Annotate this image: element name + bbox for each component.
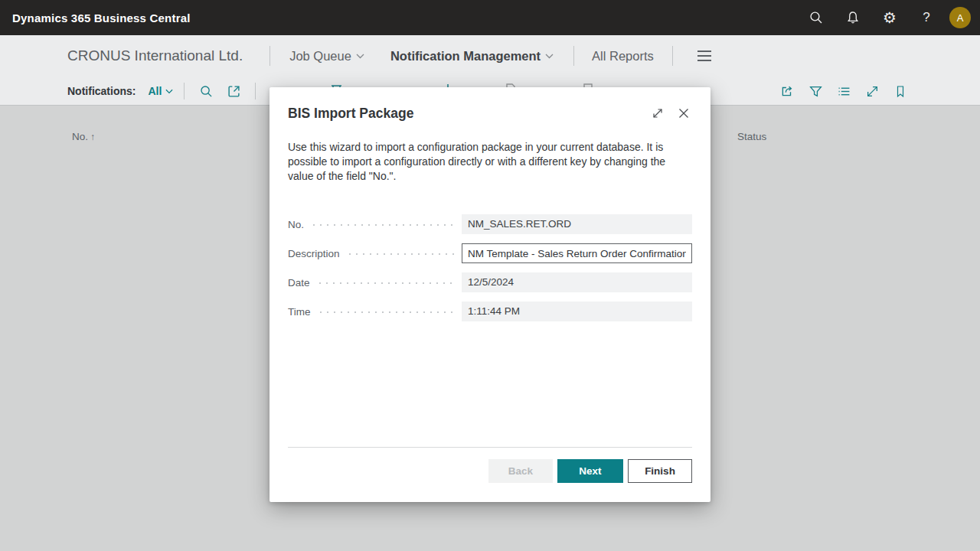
close-icon — [678, 107, 690, 119]
column-header-status[interactable]: Status — [737, 131, 766, 142]
search-icon[interactable] — [195, 80, 217, 102]
analyze-icon[interactable] — [223, 80, 244, 102]
filter-icon[interactable] — [805, 80, 826, 102]
date-field-value: 12/5/2024 — [462, 272, 692, 292]
toolbar-divider — [184, 83, 185, 99]
dialog-description: Use this wizard to import a configuratio… — [288, 140, 680, 184]
sort-ascending-icon: ↑ — [90, 132, 95, 142]
column-label: No. — [72, 131, 88, 142]
app-bar: Dynamics 365 Business Central ⚙ — [0, 0, 980, 35]
nav-item-all-reports[interactable]: All Reports — [592, 49, 654, 64]
field-row-no: No. NM_SALES.RET.ORD — [288, 214, 692, 234]
settings-icon: ⚙ — [883, 10, 897, 25]
column-header-no[interactable]: No.↑ — [72, 131, 95, 142]
bis-import-package-dialog: BIS Import Package Use this wi — [270, 87, 710, 502]
field-label: Description — [288, 248, 340, 259]
dotted-leader — [319, 282, 454, 284]
nav-bar: CRONUS International Ltd. Job Queue Noti… — [0, 35, 980, 77]
expand-icon — [652, 107, 664, 119]
dialog-title: BIS Import Package — [288, 104, 642, 122]
expand-icon[interactable] — [861, 80, 883, 102]
nav-divider — [672, 46, 673, 66]
app-bar-actions: ⚙ ? A — [798, 0, 980, 35]
next-button[interactable]: Next — [557, 459, 623, 483]
nav-divider — [270, 46, 270, 66]
settings-button[interactable]: ⚙ — [871, 0, 908, 35]
column-label: Status — [737, 131, 766, 142]
nav-divider — [573, 46, 574, 66]
nav-item-notification-management[interactable]: Notification Management — [390, 49, 554, 64]
toolbar-divider — [255, 83, 256, 99]
finish-button[interactable]: Finish — [628, 459, 692, 483]
dotted-leader — [320, 311, 455, 313]
close-dialog-button[interactable] — [674, 104, 694, 122]
search-icon — [809, 11, 823, 24]
company-name[interactable]: CRONUS International Ltd. — [67, 47, 243, 64]
nav-item-label: Notification Management — [390, 49, 541, 64]
menu-icon[interactable] — [697, 51, 711, 61]
notifications-icon — [846, 11, 860, 24]
page: Dynamics 365 Business Central ⚙ — [0, 0, 980, 551]
share-icon[interactable] — [776, 80, 798, 102]
no-field-value: NM_SALES.RET.ORD — [462, 214, 692, 234]
nav-item-label: Job Queue — [289, 49, 351, 64]
expand-dialog-button[interactable] — [648, 104, 668, 122]
dialog-header: BIS Import Package — [270, 87, 710, 122]
list-caption: Notifications: — [67, 85, 136, 97]
nav-item-label: All Reports — [592, 49, 654, 64]
description-input[interactable] — [462, 243, 692, 263]
back-button[interactable]: Back — [488, 459, 553, 483]
choose-columns-icon[interactable] — [833, 80, 854, 102]
field-row-description: Description — [288, 243, 692, 263]
bookmark-icon[interactable] — [890, 80, 911, 102]
dialog-fields: No. NM_SALES.RET.ORD Description Date 12… — [288, 214, 692, 321]
chevron-down-icon — [165, 89, 173, 94]
toolbar-left-group: Notifications: All — [67, 77, 266, 106]
time-field-value: 1:11:44 PM — [462, 302, 692, 321]
chevron-down-icon — [356, 54, 364, 59]
dotted-leader — [349, 253, 454, 255]
chevron-down-icon — [545, 54, 554, 59]
help-icon: ? — [923, 10, 929, 25]
field-label: Time — [288, 306, 311, 318]
dialog-footer: Back Next Finish — [288, 447, 692, 483]
avatar[interactable]: A — [949, 7, 971, 28]
nav-item-job-queue[interactable]: Job Queue — [289, 49, 364, 64]
notifications-button[interactable] — [835, 0, 871, 35]
view-filter-value: All — [148, 85, 162, 97]
dotted-leader — [313, 224, 454, 226]
search-button[interactable] — [798, 0, 835, 35]
field-label: No. — [288, 219, 304, 230]
field-row-time: Time 1:11:44 PM — [288, 302, 692, 321]
app-title: Dynamics 365 Business Central — [12, 11, 191, 24]
avatar-initial: A — [957, 12, 964, 24]
toolbar-right-group — [776, 77, 911, 106]
field-label: Date — [288, 277, 310, 289]
help-button[interactable]: ? — [908, 0, 945, 35]
view-filter-dropdown[interactable]: All — [148, 85, 173, 97]
field-row-date: Date 12/5/2024 — [288, 272, 692, 292]
